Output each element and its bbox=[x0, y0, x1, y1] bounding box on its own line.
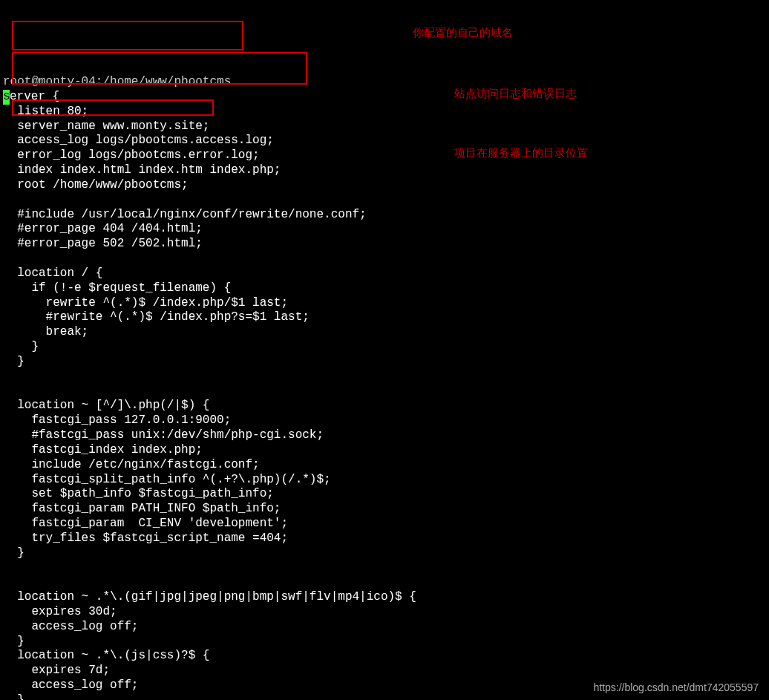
code-line: #error_page 404 /404.html; bbox=[3, 222, 203, 235]
code-line: break; bbox=[3, 325, 88, 338]
code-line: index index.html index.htm index.php; bbox=[3, 163, 281, 177]
prompt-line: root@monty-04:/home/www/pbootcms bbox=[3, 75, 231, 88]
code-line: location / { bbox=[3, 266, 102, 280]
code-line: include /etc/nginx/fastcgi.conf; bbox=[3, 458, 260, 471]
code-line: try_files $fastcgi_script_name =404; bbox=[3, 531, 288, 545]
watermark: https://blog.csdn.net/dmt742055597 bbox=[593, 681, 759, 694]
code-line: location ~ .*\.(js|css)?$ { bbox=[3, 649, 209, 662]
code-line: #error_page 502 /502.html; bbox=[3, 237, 203, 250]
code-line: if (!-e $request_filename) { bbox=[3, 281, 231, 295]
code-line: } bbox=[3, 355, 24, 368]
code-line: access_log off; bbox=[3, 678, 138, 692]
code-line: listen 80; bbox=[3, 105, 88, 118]
code-line: fastcgi_split_path_info ^(.+?\.php)(/.*)… bbox=[3, 473, 331, 486]
highlight-box-server-name bbox=[12, 21, 243, 50]
code-line: fastcgi_pass 127.0.0.1:9000; bbox=[3, 413, 231, 427]
code-line: } bbox=[3, 635, 24, 648]
code-line: rewrite ^(.*)$ /index.php/$1 last; bbox=[3, 296, 288, 310]
code-line: expires 30d; bbox=[3, 605, 117, 618]
code-line: erver { bbox=[10, 90, 59, 103]
code-line: fastcgi_param CI_ENV 'development'; bbox=[3, 517, 288, 530]
annotation-domain: 你配置的自己的域名 bbox=[413, 26, 513, 40]
code-line: access_log off; bbox=[3, 620, 138, 633]
code-line: server_name www.monty.site; bbox=[3, 120, 209, 133]
code-line: #include /usr/local/nginx/conf/rewrite/n… bbox=[3, 208, 367, 221]
cursor: s bbox=[3, 90, 10, 105]
code-line: expires 7d; bbox=[3, 664, 110, 677]
code-line: fastcgi_index index.php; bbox=[3, 443, 203, 457]
code-line: location ~ [^/]\.php(/|$) { bbox=[3, 399, 209, 412]
code-line: } bbox=[3, 546, 24, 560]
code-line: } bbox=[3, 693, 24, 700]
code-line: set $path_info $fastcgi_path_info; bbox=[3, 487, 274, 500]
annotation-logs: 站点访问日志和错误日志 bbox=[454, 87, 577, 101]
code-line: fastcgi_param PATH_INFO $path_info; bbox=[3, 502, 281, 515]
code-line: location ~ .*\.(gif|jpg|jpeg|png|bmp|swf… bbox=[3, 590, 416, 603]
code-line: access_log logs/pbootcms.access.log; bbox=[3, 134, 274, 147]
code-line: #rewrite ^(.*)$ /index.php?s=$1 last; bbox=[3, 310, 310, 324]
annotation-root: 项目在服务器上的目录位置 bbox=[454, 146, 588, 160]
code-line: error_log logs/pbootcms.error.log; bbox=[3, 148, 260, 162]
code-line: } bbox=[3, 340, 39, 353]
code-line: #fastcgi_pass unix:/dev/shm/php-cgi.sock… bbox=[3, 428, 324, 442]
terminal-view: root@monty-04:/home/www/pbootcms server … bbox=[0, 60, 769, 700]
code-line: root /home/www/pbootcms; bbox=[3, 178, 189, 192]
